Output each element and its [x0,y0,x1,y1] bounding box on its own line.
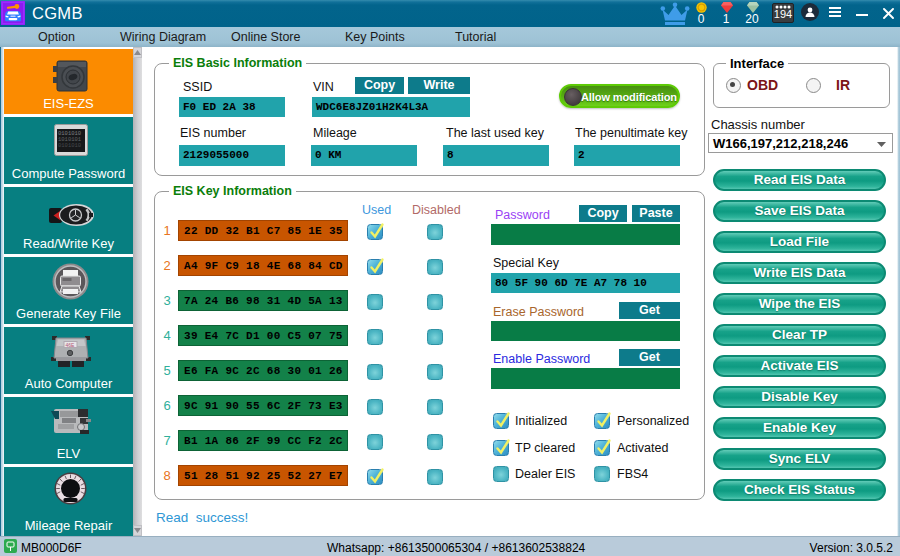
svg-text:46E: 46E [66,342,76,348]
svg-text:0101010: 0101010 [58,142,81,149]
